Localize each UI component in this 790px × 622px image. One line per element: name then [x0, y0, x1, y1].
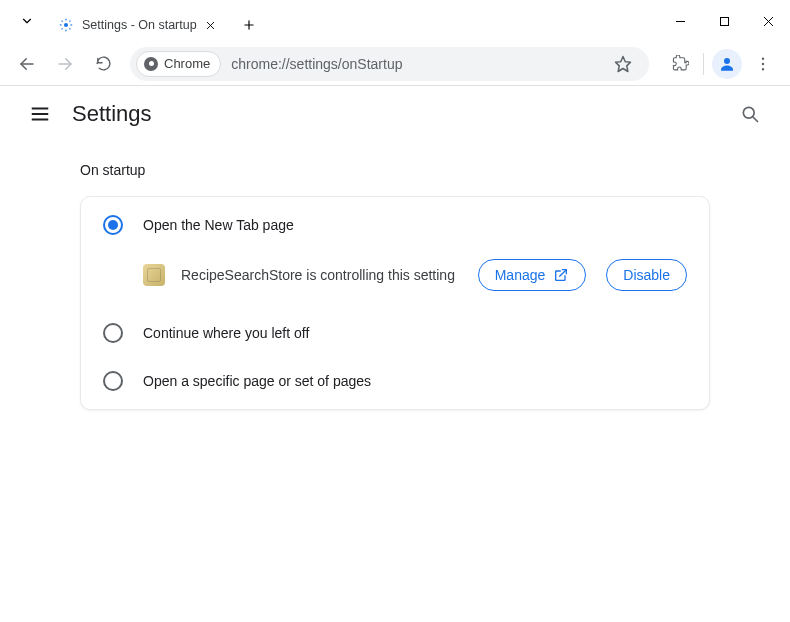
chevron-down-icon [20, 14, 34, 28]
url-text: chrome://settings/onStartup [231, 56, 402, 72]
manage-label: Manage [495, 267, 546, 283]
svg-rect-6 [720, 17, 728, 25]
radio-new-tab[interactable] [103, 215, 123, 235]
svg-marker-11 [616, 56, 631, 71]
site-info-chip[interactable]: Chrome [136, 51, 221, 77]
site-info-label: Chrome [164, 56, 210, 71]
reload-icon [95, 55, 112, 72]
reload-button[interactable] [86, 47, 120, 81]
tab-title: Settings - On startup [82, 18, 197, 32]
window-controls [658, 0, 790, 42]
arrow-right-icon [56, 55, 74, 73]
option-continue[interactable]: Continue where you left off [81, 309, 709, 357]
minimize-icon [675, 16, 686, 27]
open-in-new-icon [553, 267, 569, 283]
option-label: Continue where you left off [143, 325, 309, 341]
option-label: Open the New Tab page [143, 217, 294, 233]
page-title: Settings [72, 101, 152, 127]
back-button[interactable] [10, 47, 44, 81]
search-settings-button[interactable] [730, 94, 770, 134]
menu-button[interactable] [20, 94, 60, 134]
arrow-left-icon [18, 55, 36, 73]
browser-tab[interactable]: Settings - On startup [48, 8, 229, 42]
address-bar[interactable]: Chrome chrome://settings/onStartup [130, 47, 649, 81]
svg-line-20 [753, 117, 758, 122]
radio-specific[interactable] [103, 371, 123, 391]
browser-toolbar: Chrome chrome://settings/onStartup [0, 42, 790, 86]
plus-icon [242, 18, 256, 32]
option-new-tab[interactable]: Open the New Tab page [81, 201, 709, 249]
option-specific[interactable]: Open a specific page or set of pages [81, 357, 709, 405]
svg-point-14 [762, 62, 764, 64]
minimize-button[interactable] [658, 6, 702, 36]
disable-label: Disable [623, 267, 670, 283]
close-icon [763, 16, 774, 27]
disable-button[interactable]: Disable [606, 259, 687, 291]
gear-icon [58, 17, 74, 33]
kebab-menu-button[interactable] [746, 47, 780, 81]
profile-button[interactable] [712, 49, 742, 79]
extension-notice-row: RecipeSearchStore is controlling this se… [81, 249, 709, 309]
person-icon [718, 55, 736, 73]
svg-point-15 [762, 68, 764, 70]
section-title: On startup [80, 162, 710, 178]
startup-card: Open the New Tab page RecipeSearchStore … [80, 196, 710, 410]
svg-point-12 [724, 58, 730, 64]
star-icon [614, 55, 632, 73]
bookmark-button[interactable] [609, 50, 637, 78]
svg-point-0 [64, 23, 68, 27]
radio-continue[interactable] [103, 323, 123, 343]
titlebar: Settings - On startup [0, 0, 790, 42]
manage-button[interactable]: Manage [478, 259, 587, 291]
puzzle-icon [672, 55, 689, 72]
new-tab-button[interactable] [235, 11, 263, 39]
forward-button[interactable] [48, 47, 82, 81]
search-icon [740, 104, 760, 124]
hamburger-icon [29, 103, 51, 125]
maximize-button[interactable] [702, 6, 746, 36]
settings-content: On startup Open the New Tab page RecipeS… [0, 142, 790, 410]
settings-header: Settings [0, 86, 790, 142]
extension-icon [143, 264, 165, 286]
maximize-icon [719, 16, 730, 27]
chrome-logo-icon [144, 57, 158, 71]
extensions-button[interactable] [663, 47, 697, 81]
tabs-dropdown-button[interactable] [10, 4, 44, 38]
close-window-button[interactable] [746, 6, 790, 36]
close-icon [205, 20, 216, 31]
dots-vertical-icon [754, 55, 772, 73]
extension-notice-text: RecipeSearchStore is controlling this se… [181, 267, 462, 283]
option-label: Open a specific page or set of pages [143, 373, 371, 389]
tab-close-button[interactable] [203, 17, 219, 33]
svg-point-13 [762, 57, 764, 59]
